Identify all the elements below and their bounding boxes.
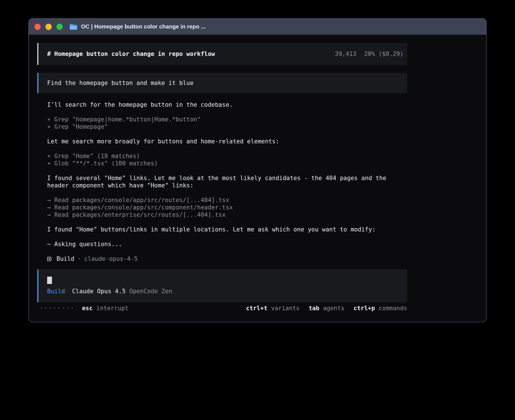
tool-call-glob: ∗ Glob "**/*.tsx" (100 matches) (47, 160, 407, 167)
esc-key-label: interrupt (96, 305, 128, 312)
input-model-label[interactable]: Claude Opus 4.5 (72, 288, 126, 295)
status-bar-right: ctrl+t variants tab agents ctrl+p comman… (246, 305, 407, 312)
esc-key-hint: esc (82, 305, 93, 312)
agent-mode-label[interactable]: Build (47, 288, 65, 295)
tool-call-grep: ∗ Grep "homepage|home.*button|Home.*butt… (47, 116, 407, 123)
tool-call-read: → Read packages/console/app/src/componen… (47, 204, 407, 211)
assistant-text: Let me search more broadly for buttons a… (47, 138, 407, 145)
session-header: # Homepage button color change in repo w… (37, 43, 407, 65)
token-count: 39,413 (335, 50, 356, 58)
traffic-lights (34, 24, 63, 30)
assistant-transcript: I'll search for the homepage button in t… (37, 101, 407, 262)
status-bar-left: ········ esc interrupt (37, 305, 128, 312)
maximize-window-button[interactable] (56, 24, 63, 30)
tool-call-read: → Read packages/console/app/src/routes/[… (47, 196, 407, 204)
assistant-status: ~ Asking questions... (47, 240, 407, 248)
shortcut-label: variants (271, 305, 300, 312)
context-percent-cost: 20% ($0.29) (364, 50, 403, 58)
assistant-text: I found "Home" buttons/links in multiple… (47, 226, 407, 233)
tool-call-grep: ∗ Grep "Home" (18 matches) (47, 152, 407, 160)
text-cursor (47, 277, 52, 284)
agent-name: Build (56, 255, 74, 262)
shortcut-commands: ctrl+p commands (353, 305, 407, 312)
folder-icon (69, 24, 77, 30)
agent-status-row: Build · claude-opus-4-5 (47, 255, 407, 262)
assistant-text: I'll search for the homepage button in t… (47, 101, 407, 108)
terminal-content: # Homepage button color change in repo w… (37, 43, 407, 312)
tool-call-grep: ∗ Grep "Homepage" (47, 123, 407, 130)
separator-dot: · (77, 255, 81, 262)
status-bar: ········ esc interrupt ctrl+t variants t… (37, 305, 407, 312)
window-titlebar[interactable]: OC | Homepage button color change in rep… (29, 19, 486, 35)
shortcut-key: ctrl+t (246, 305, 267, 312)
shortcut-label: commands (379, 305, 407, 312)
shortcut-key: tab (309, 305, 319, 312)
close-window-button[interactable] (34, 24, 41, 30)
user-message-text: Find the homepage button and make it blu… (47, 79, 193, 87)
user-message: Find the homepage button and make it blu… (37, 73, 407, 93)
provider-label: OpenCode Zen (129, 288, 172, 295)
shortcut-agents: tab agents (309, 305, 344, 312)
minimize-window-button[interactable] (45, 24, 52, 30)
terminal-window: OC | Homepage button color change in rep… (28, 18, 487, 322)
shortcut-variants: ctrl+t variants (246, 305, 300, 312)
tool-call-read: → Read packages/enterprise/src/routes/[.… (47, 211, 407, 218)
session-title: # Homepage button color change in repo w… (47, 50, 215, 58)
shortcut-label: agents (323, 305, 344, 312)
agent-icon (47, 257, 51, 261)
model-name: claude-opus-4-5 (84, 255, 138, 262)
shortcut-key: ctrl+p (353, 305, 375, 312)
assistant-text: I found several "Home" links. Let me loo… (47, 174, 397, 189)
spinner-dots: ········ (40, 305, 75, 312)
session-stats: 39,413 20% ($0.29) (335, 50, 403, 58)
input-meta-row: Build Claude Opus 4.5 OpenCode Zen (47, 288, 403, 295)
prompt-input[interactable]: Build Claude Opus 4.5 OpenCode Zen (37, 269, 407, 302)
window-title: OC | Homepage button color change in rep… (81, 23, 206, 30)
